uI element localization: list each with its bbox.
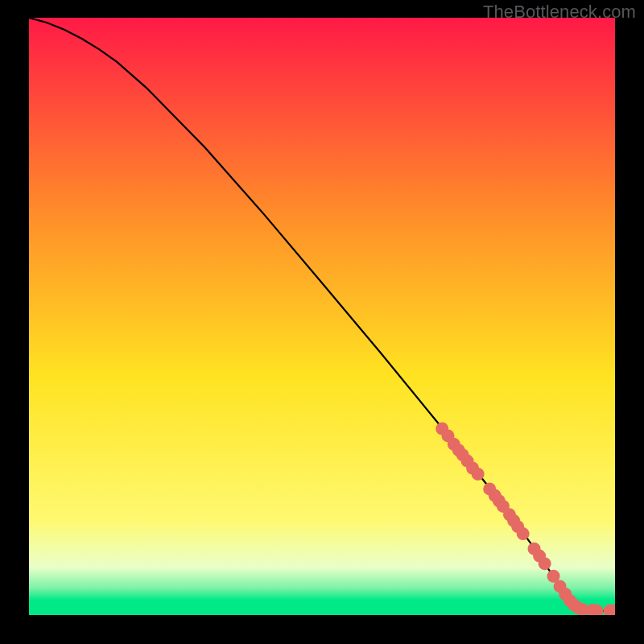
data-marker bbox=[517, 527, 530, 540]
gradient-bg bbox=[29, 18, 615, 615]
data-marker bbox=[539, 557, 551, 570]
chart-frame: TheBottleneck.com bbox=[0, 0, 644, 644]
data-marker bbox=[472, 468, 485, 481]
plot-area bbox=[29, 18, 615, 615]
attribution-label: TheBottleneck.com bbox=[483, 2, 636, 23]
chart-svg bbox=[29, 18, 615, 615]
